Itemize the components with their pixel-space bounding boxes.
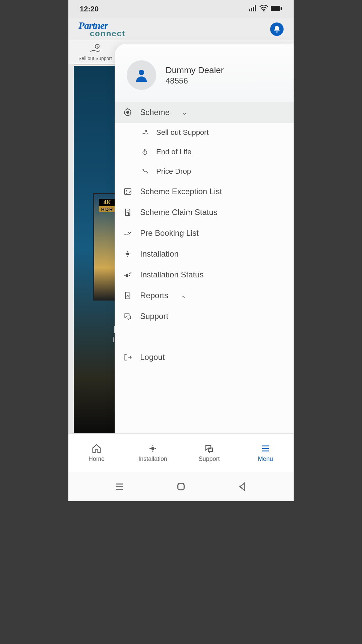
menu-installation[interactable]: Installation [115, 244, 294, 264]
brand-logo: Partner connect [78, 21, 125, 37]
menu-label: Scheme [140, 108, 170, 117]
menu-drawer: Dummy Dealer 48556 Scheme Sell out Suppo… [115, 44, 294, 433]
back-button[interactable] [237, 481, 248, 492]
badge-4k: 4K [99, 199, 116, 206]
report-icon [123, 290, 133, 301]
nav-installation[interactable]: Installation [125, 434, 181, 472]
submenu-label: End of Life [156, 148, 191, 156]
recents-button[interactable] [114, 481, 125, 492]
menu-label: Support [140, 312, 168, 321]
app-header: Partner connect [68, 18, 294, 40]
svg-rect-3 [255, 5, 256, 11]
nav-label: Menu [258, 455, 273, 463]
menu-installation-status[interactable]: Installation Status [115, 264, 294, 285]
menu-label: Pre Booking List [140, 228, 199, 238]
bell-icon [273, 25, 281, 33]
brand-line1: Partner [78, 21, 125, 30]
menu-reports[interactable]: Reports [115, 285, 294, 306]
hand-coin-icon [141, 128, 149, 137]
nav-label: Installation [138, 455, 167, 463]
svg-rect-19 [178, 484, 184, 490]
target-icon [123, 107, 133, 117]
submenu-end-of-life[interactable]: End of Life [115, 142, 294, 162]
menu-scheme-exception[interactable]: Scheme Exception List [115, 181, 294, 202]
submenu-label: Price Drop [156, 167, 191, 176]
device-frame: 12:20 Partner connect ₹ Sell [68, 0, 294, 501]
brand-line2: connect [90, 30, 125, 37]
nav-home[interactable]: Home [68, 434, 125, 472]
svg-point-18 [152, 447, 154, 450]
nav-support[interactable]: Support [181, 434, 237, 472]
menu-label: Scheme Exception List [140, 187, 222, 196]
wifi-icon [259, 5, 268, 13]
tab-sell-out-support[interactable]: ₹ Sell out Support [68, 43, 122, 61]
svg-point-16 [127, 253, 129, 255]
menu-logout[interactable]: Logout [115, 347, 294, 368]
svg-rect-0 [249, 9, 250, 11]
menu-label: Installation Status [140, 270, 203, 279]
status-bar: 12:20 [68, 0, 294, 18]
notifications-button[interactable] [270, 22, 284, 36]
svg-rect-6 [281, 7, 282, 10]
installation-icon [123, 249, 133, 259]
nav-label: Home [88, 455, 105, 463]
badge-hdr: HDR [99, 206, 116, 212]
profile-section[interactable]: Dummy Dealer 48556 [115, 44, 294, 102]
menu-scheme-claim-status[interactable]: Scheme Claim Status [115, 202, 294, 223]
document-shield-icon [123, 207, 133, 217]
battery-icon [271, 5, 282, 13]
menu-icon [260, 443, 270, 453]
profile-name: Dummy Dealer [166, 65, 224, 75]
svg-point-14 [142, 169, 143, 170]
logout-icon [123, 352, 133, 362]
chat-icon [204, 443, 214, 453]
menu-label: Reports [140, 291, 168, 300]
user-icon [133, 67, 149, 83]
hand-check-icon [123, 228, 133, 238]
svg-point-12 [145, 130, 147, 132]
home-icon [92, 443, 102, 453]
menu-label: Scheme Claim Status [140, 208, 218, 217]
profile-id: 48556 [166, 76, 224, 86]
chevron-up-icon [180, 292, 186, 299]
menu-list: Scheme Sell out Support End of Life [115, 102, 294, 433]
menu-pre-booking[interactable]: Pre Booking List [115, 223, 294, 244]
menu-support[interactable]: Support [115, 306, 294, 327]
nav-label: Support [198, 455, 220, 463]
list-check-icon [123, 186, 133, 197]
svg-point-17 [126, 274, 128, 277]
submenu-sell-out-support[interactable]: Sell out Support [115, 123, 294, 142]
menu-label: Installation [140, 249, 179, 259]
installation-icon [148, 443, 158, 453]
stopwatch-icon [141, 148, 149, 156]
submenu-price-drop[interactable]: Price Drop [115, 162, 294, 181]
svg-rect-1 [251, 8, 252, 11]
svg-point-4 [263, 10, 264, 11]
svg-text:₹: ₹ [97, 45, 98, 48]
svg-point-9 [139, 70, 144, 75]
chat-icon [123, 311, 133, 321]
nav-menu[interactable]: Menu [237, 434, 294, 472]
svg-rect-5 [271, 6, 280, 11]
hand-coin-icon: ₹ [89, 43, 101, 55]
system-nav-bar [68, 472, 294, 501]
home-button[interactable] [176, 481, 186, 492]
status-time: 12:20 [80, 5, 99, 13]
chevron-down-icon [182, 109, 188, 115]
bottom-nav: Home Installation Support Menu [68, 433, 294, 472]
installation-check-icon [123, 270, 133, 280]
menu-label: Logout [140, 353, 165, 362]
avatar [127, 60, 156, 90]
status-indicators [249, 5, 282, 13]
svg-rect-2 [253, 7, 254, 11]
svg-point-10 [127, 111, 129, 114]
tab-label: Sell out Support [68, 56, 122, 61]
price-drop-icon [141, 167, 149, 175]
submenu-label: Sell out Support [156, 128, 209, 137]
tab-underline [74, 64, 117, 64]
menu-scheme[interactable]: Scheme [115, 102, 294, 123]
badge-4k-hdr: 4K HDR [99, 199, 116, 212]
signal-icon [249, 5, 257, 13]
